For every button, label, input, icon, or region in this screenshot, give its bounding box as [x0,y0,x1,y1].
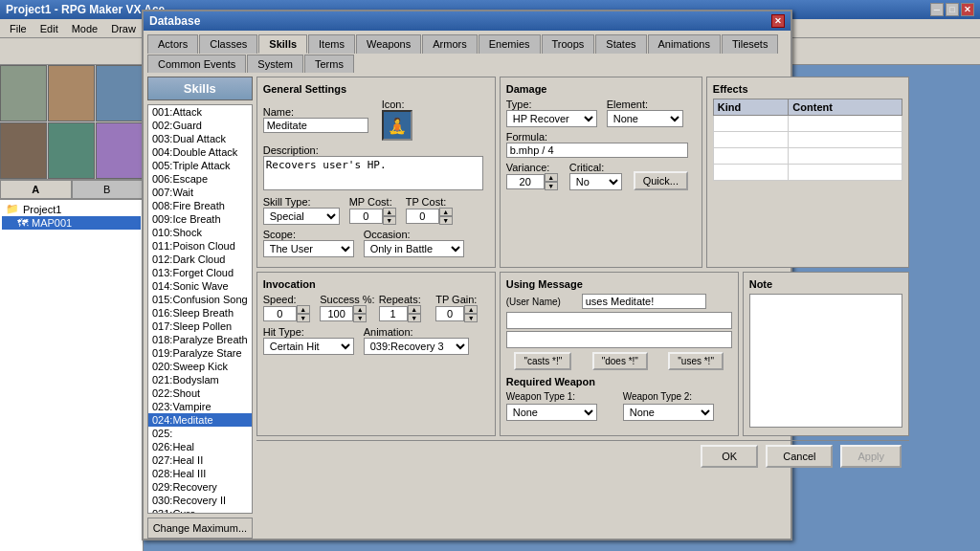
skill-021[interactable]: 021:Bodyslam [148,373,252,386]
weapon-type2-select[interactable]: None Sword Axe [623,404,714,421]
skill-020[interactable]: 020:Sweep Kick [148,360,252,373]
tab-b[interactable]: B [72,180,144,199]
variance-up[interactable]: ▲ [545,173,558,182]
casts-button[interactable]: "casts *!" [514,352,571,370]
skill-015[interactable]: 015:Confusion Song [148,293,252,306]
speed-up[interactable]: ▲ [297,305,310,314]
weapon-type1-select[interactable]: None Sword Axe [506,404,597,421]
apply-button[interactable]: Apply [840,445,902,468]
tab-skills[interactable]: Skills [258,34,307,54]
skill-014[interactable]: 014:Sonic Wave [148,279,252,293]
tab-items[interactable]: Items [308,34,355,54]
scope-select[interactable]: The User One Enemy All Enemies One Ally … [263,240,354,257]
tab-actors[interactable]: Actors [147,34,198,54]
effects-kind-1[interactable] [713,116,789,132]
name-input[interactable] [263,118,368,133]
tp-cost-up[interactable]: ▲ [439,208,453,216]
tab-classes[interactable]: Classes [199,34,257,54]
success-down[interactable]: ▼ [353,314,367,322]
uses-button[interactable]: "uses *!" [668,352,724,370]
skill-009[interactable]: 009:Ice Breath [148,212,252,226]
close-btn[interactable]: ✕ [961,3,974,16]
skill-012[interactable]: 012:Dark Cloud [148,253,252,266]
hit-type-select[interactable]: Certain Hit Physical Attack Magical Atta… [263,338,354,355]
skill-027[interactable]: 027:Heal II [148,453,252,467]
using-msg-line1[interactable] [582,294,706,309]
description-input[interactable]: Recovers user's HP. [263,156,483,190]
change-max-button[interactable]: Change Maximum... [147,518,253,539]
tab-weapons[interactable]: Weapons [356,34,421,54]
tab-system[interactable]: System [247,55,303,73]
ok-button[interactable]: OK [701,445,758,468]
mp-cost-input[interactable] [349,209,383,224]
tab-animations[interactable]: Animations [648,34,721,54]
tp-gain-up[interactable]: ▲ [464,305,478,314]
skill-003[interactable]: 003:Dual Attack [148,132,252,145]
critical-select[interactable]: No Yes [569,173,622,190]
skill-008[interactable]: 008:Fire Breath [148,199,252,212]
skill-018[interactable]: 018:Paralyze Breath [148,333,252,346]
formula-input[interactable] [506,143,688,158]
repeats-down[interactable]: ▼ [408,314,421,322]
skill-022[interactable]: 022:Shout [148,386,252,400]
quick-button[interactable]: Quick... [634,171,688,190]
icon-box[interactable]: 🧘 [382,110,412,141]
skill-017[interactable]: 017:Sleep Pollen [148,320,252,333]
skill-005[interactable]: 005:Triple Attack [148,159,252,172]
mp-cost-down[interactable]: ▼ [383,216,396,225]
skill-001[interactable]: 001:Attack [148,105,252,119]
skill-019[interactable]: 019:Paralyze Stare [148,346,252,360]
tp-cost-input[interactable] [406,209,439,224]
using-msg-line2-input[interactable] [506,312,732,329]
menu-file[interactable]: File [4,22,33,35]
skill-007[interactable]: 007:Wait [148,186,252,199]
skill-023[interactable]: 023:Vampire [148,400,252,413]
skill-004[interactable]: 004:Double Attack [148,145,252,159]
tp-cost-down[interactable]: ▼ [439,216,453,225]
tree-project[interactable]: 📁 Project1 [2,202,141,216]
skill-026[interactable]: 026:Heal [148,440,252,453]
menu-mode[interactable]: Mode [66,22,104,35]
skill-011[interactable]: 011:Poison Cloud [148,239,252,253]
skill-029[interactable]: 029:Recovery [148,480,252,494]
damage-type-select[interactable]: None HP Damage MP Damage HP Recover MP R… [506,110,597,127]
does-button[interactable]: "does *!" [592,352,648,370]
mp-cost-up[interactable]: ▲ [383,208,396,216]
tp-gain-input[interactable] [435,306,464,321]
effects-content-1[interactable] [789,116,902,132]
skill-025[interactable]: 025: [148,427,252,440]
tab-tilesets[interactable]: Tilesets [722,34,779,54]
tab-troops[interactable]: Troops [542,34,595,54]
skill-002[interactable]: 002:Guard [148,119,252,132]
speed-down[interactable]: ▼ [297,314,310,322]
skill-006[interactable]: 006:Escape [148,172,252,186]
skill-028[interactable]: 028:Heal III [148,467,252,480]
menu-edit[interactable]: Edit [34,22,64,35]
skill-016[interactable]: 016:Sleep Breath [148,306,252,320]
occasion-select[interactable]: Only in Battle Only in Menu Always Never [364,240,464,257]
tab-a[interactable]: A [0,180,72,199]
skill-031[interactable]: 031:Cure [148,507,252,514]
success-input[interactable] [320,306,353,321]
variance-down[interactable]: ▼ [545,182,558,190]
minimize-btn[interactable]: ─ [930,3,944,16]
variance-input[interactable] [506,174,545,189]
tab-states[interactable]: States [595,34,646,54]
tree-map[interactable]: 🗺 MAP001 [2,216,141,230]
skills-list[interactable]: 001:Attack 002:Guard 003:Dual Attack 004… [147,104,253,514]
success-up[interactable]: ▲ [353,305,367,314]
maximize-btn[interactable]: □ [946,3,959,16]
element-select[interactable]: None Fire Ice [607,110,683,127]
menu-draw[interactable]: Draw [105,22,142,35]
repeats-up[interactable]: ▲ [408,305,421,314]
tab-enemies[interactable]: Enemies [479,34,541,54]
tab-common-events[interactable]: Common Events [147,55,246,73]
speed-input[interactable] [263,306,297,321]
tp-gain-down[interactable]: ▼ [464,314,478,322]
note-textarea[interactable] [749,294,902,428]
skill-010[interactable]: 010:Shock [148,226,252,239]
using-msg-line3-input[interactable] [506,331,732,348]
tab-armors[interactable]: Armors [422,34,477,54]
skill-024[interactable]: 024:Meditate [148,413,252,427]
skill-013[interactable]: 013:Forget Cloud [148,266,252,279]
